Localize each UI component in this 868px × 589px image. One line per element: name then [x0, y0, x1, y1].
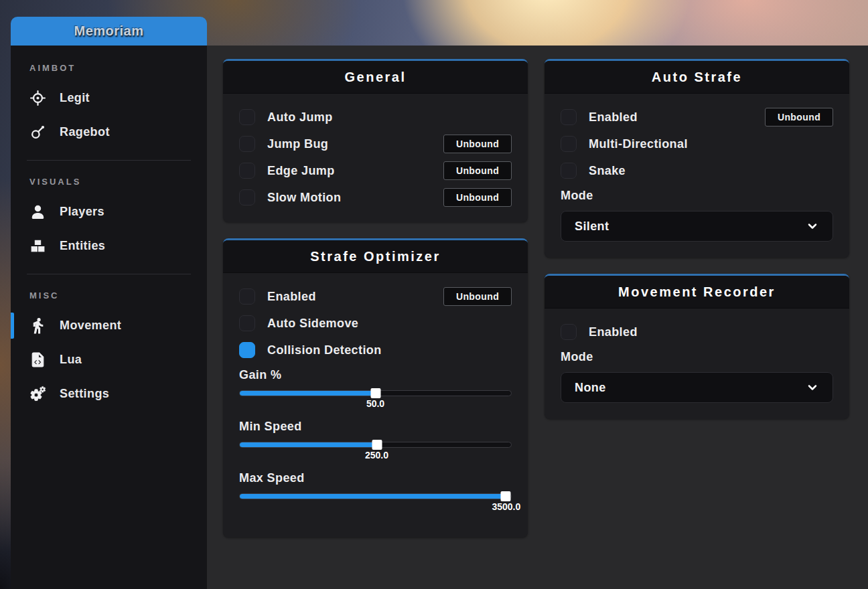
sidebar-item-ragebot[interactable]: Ragebot [11, 115, 207, 149]
person-icon [29, 203, 46, 220]
sidebar-item-label: Movement [60, 319, 121, 333]
slider-gain: 50.0 [239, 390, 512, 413]
option-row: Snake [561, 162, 833, 179]
sidebar-section-label: MISC [29, 290, 188, 301]
checkbox-multi-directional[interactable] [561, 136, 577, 152]
window-titlebar[interactable]: Memoriam [11, 17, 207, 46]
mode-select-value: Silent [575, 220, 609, 234]
option-row: Slow MotionUnbound [239, 189, 512, 206]
option-label: Snake [589, 164, 626, 178]
checkbox-collision-detection[interactable] [239, 342, 255, 358]
sidebar-item-label: Entities [60, 239, 105, 253]
option-row: Auto Sidemove [239, 315, 512, 332]
slider-track[interactable] [239, 390, 512, 396]
checkbox-slow-motion[interactable] [239, 189, 255, 205]
checkbox-edge-jump[interactable] [239, 163, 255, 179]
sidebar-item-movement[interactable]: Movement [11, 309, 207, 343]
option-label: Jump Bug [267, 137, 328, 151]
file-code-icon [29, 351, 46, 368]
option-row: Auto Jump [239, 108, 512, 126]
option-row: EnabledUnbound [239, 288, 512, 305]
slider-track[interactable] [239, 442, 512, 448]
sidebar-item-players[interactable]: Players [11, 195, 207, 229]
sidebar-item-entities[interactable]: Entities [11, 229, 207, 263]
mode-select[interactable]: Silent [561, 211, 833, 242]
slider-min-speed: 250.0 [239, 442, 512, 465]
slider-fill [240, 494, 506, 499]
keybind-button-edge-jump[interactable]: Unbound [443, 161, 512, 180]
keybind-button-enabled[interactable]: Unbound [443, 287, 512, 306]
mode-label: Mode [561, 189, 833, 203]
mode-select[interactable]: None [561, 372, 833, 403]
panel-title: Movement Recorder [545, 276, 849, 309]
sidebar-section-label: AIMBOT [29, 63, 188, 73]
chevron-down-icon [806, 381, 819, 394]
slider-fill [240, 391, 376, 396]
sidebar-item-label: Legit [60, 91, 90, 105]
panel-movement-recorder: Movement Recorder EnabledModeNone [545, 274, 849, 419]
main-content: General Auto JumpJump BugUnboundEdge Jum… [207, 46, 868, 589]
option-label: Enabled [267, 290, 316, 304]
option-row: Jump BugUnbound [239, 135, 512, 153]
panel-body: EnabledUnboundMulti-DirectionalSnakeMode… [545, 94, 849, 258]
panel-strafe-optimizer: Strafe Optimizer EnabledUnboundAuto Side… [223, 238, 528, 537]
option-label: Collision Detection [267, 343, 382, 357]
keybind-button-enabled[interactable]: Unbound [765, 108, 833, 127]
slider-fill [240, 442, 377, 447]
slider-value: 3500.0 [492, 501, 520, 512]
slider-thumb[interactable] [372, 440, 382, 450]
slider-thumb[interactable] [500, 491, 510, 501]
option-label: Auto Sidemove [267, 317, 358, 331]
option-row: Enabled [561, 323, 833, 341]
crosshair-icon [29, 90, 46, 106]
panel-body: EnabledModeNone [545, 309, 849, 419]
slider-label: Min Speed [239, 420, 512, 434]
sidebar-item-lua[interactable]: Lua [11, 343, 207, 377]
slider-thumb[interactable] [370, 388, 380, 398]
slider-value: 50.0 [366, 398, 384, 409]
panel-title: Strafe Optimizer [223, 240, 528, 273]
mode-label: Mode [561, 350, 833, 364]
option-label: Auto Jump [267, 110, 333, 124]
slider-max-speed: 3500.0 [239, 493, 512, 516]
sidebar-item-label: Players [60, 205, 104, 219]
checkbox-auto-jump[interactable] [239, 109, 255, 125]
panel-title: Auto Strafe [545, 61, 849, 94]
sidebar-item-settings[interactable]: Settings [11, 377, 207, 411]
slider-value: 250.0 [365, 450, 388, 460]
slider-label: Max Speed [239, 471, 512, 485]
checkbox-snake[interactable] [561, 163, 577, 179]
option-label: Edge Jump [267, 164, 335, 178]
option-label: Enabled [589, 325, 638, 339]
app-title: Memoriam [74, 23, 143, 39]
chevron-down-icon [806, 220, 819, 233]
sidebar-nav: AIMBOTLegitRagebotVISUALSPlayersEntities… [11, 46, 207, 589]
slider-label: Gain % [239, 368, 512, 382]
entities-icon [29, 238, 46, 254]
sidebar-item-label: Settings [60, 387, 109, 401]
panel-general: General Auto JumpJump BugUnboundEdge Jum… [223, 59, 528, 222]
keybind-button-jump-bug[interactable]: Unbound [443, 135, 512, 153]
sidebar-item-label: Ragebot [60, 125, 110, 139]
sidebar-divider [27, 160, 191, 161]
panel-auto-strafe: Auto Strafe EnabledUnboundMulti-Directio… [545, 59, 849, 258]
checkbox-auto-sidemove[interactable] [239, 315, 255, 331]
left-column: General Auto JumpJump BugUnboundEdge Jum… [223, 59, 528, 537]
keybind-button-slow-motion[interactable]: Unbound [443, 188, 512, 207]
gears-icon [29, 386, 46, 402]
checkbox-enabled[interactable] [561, 324, 577, 340]
option-label: Enabled [589, 110, 638, 124]
right-column: Auto Strafe EnabledUnboundMulti-Directio… [545, 59, 849, 537]
option-label: Slow Motion [267, 191, 341, 205]
run-icon [29, 317, 46, 334]
checkbox-enabled[interactable] [239, 288, 255, 305]
slider-track[interactable] [239, 493, 512, 499]
checkbox-enabled[interactable] [561, 109, 577, 125]
mode-select-value: None [575, 381, 606, 395]
mars-icon [29, 124, 46, 141]
sidebar-item-legit[interactable]: Legit [11, 81, 207, 115]
checkbox-jump-bug[interactable] [239, 136, 255, 152]
option-row: Edge JumpUnbound [239, 162, 512, 179]
sidebar-item-label: Lua [60, 353, 82, 367]
option-row: Multi-Directional [561, 135, 833, 153]
